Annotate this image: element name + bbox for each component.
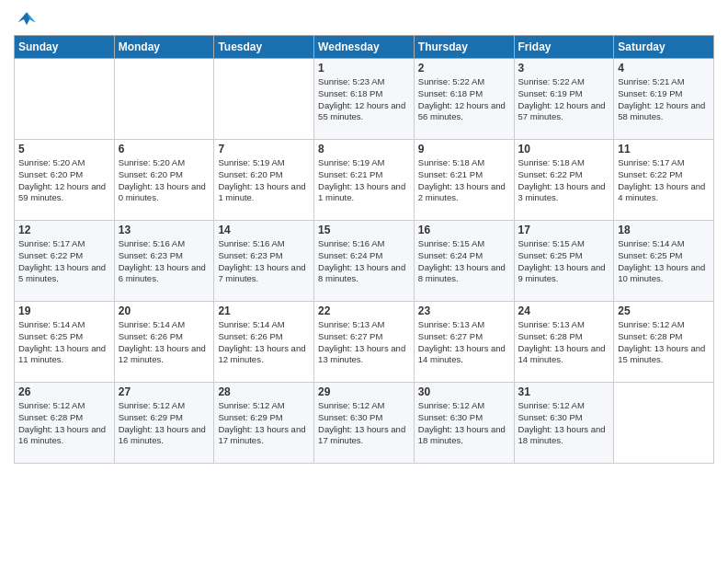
day-number: 27 [119,385,210,398]
cell-info: Sunrise: 5:15 AMSunset: 6:24 PMDaylight:… [418,238,510,285]
cell-info: Sunrise: 5:13 AMSunset: 6:27 PMDaylight:… [318,319,410,366]
calendar-cell: 8Sunrise: 5:19 AMSunset: 6:21 PMDaylight… [314,140,415,221]
cell-info: Sunrise: 5:14 AMSunset: 6:25 PMDaylight:… [618,238,710,285]
cell-info: Sunrise: 5:12 AMSunset: 6:30 PMDaylight:… [418,400,510,447]
day-number: 11 [618,143,710,155]
cell-info: Sunrise: 5:12 AMSunset: 6:30 PMDaylight:… [318,400,410,447]
day-number: 19 [18,304,110,317]
calendar-cell: 16Sunrise: 5:15 AMSunset: 6:24 PMDayligh… [414,221,514,302]
calendar-cell: 3Sunrise: 5:22 AMSunset: 6:19 PMDaylight… [514,59,614,140]
calendar-cell: 19Sunrise: 5:14 AMSunset: 6:25 PMDayligh… [15,302,115,383]
day-number: 2 [418,62,510,75]
cell-info: Sunrise: 5:12 AMSunset: 6:28 PMDaylight:… [18,400,110,447]
calendar-cell: 30Sunrise: 5:12 AMSunset: 6:30 PMDayligh… [414,383,514,464]
day-number: 7 [218,143,310,155]
cell-info: Sunrise: 5:21 AMSunset: 6:19 PMDaylight:… [618,76,710,123]
calendar-cell [614,383,714,464]
calendar-table: SundayMondayTuesdayWednesdayThursdayFrid… [14,35,714,464]
cell-info: Sunrise: 5:12 AMSunset: 6:29 PMDaylight:… [119,400,210,447]
logo [14,9,43,29]
calendar-cell: 28Sunrise: 5:12 AMSunset: 6:29 PMDayligh… [214,383,314,464]
day-number: 1 [318,62,410,75]
day-number: 3 [518,62,610,75]
calendar-cell: 18Sunrise: 5:14 AMSunset: 6:25 PMDayligh… [614,221,714,302]
day-number: 31 [518,385,610,398]
day-number: 13 [119,224,210,236]
cell-info: Sunrise: 5:16 AMSunset: 6:24 PMDaylight:… [318,238,410,285]
day-number: 6 [119,143,210,155]
cell-info: Sunrise: 5:14 AMSunset: 6:26 PMDaylight:… [119,319,210,366]
day-number: 14 [218,224,310,236]
day-number: 28 [218,385,310,398]
calendar-cell: 29Sunrise: 5:12 AMSunset: 6:30 PMDayligh… [314,383,415,464]
cell-info: Sunrise: 5:15 AMSunset: 6:25 PMDaylight:… [518,238,610,285]
cell-info: Sunrise: 5:19 AMSunset: 6:21 PMDaylight:… [318,157,410,204]
calendar-cell: 11Sunrise: 5:17 AMSunset: 6:22 PMDayligh… [614,140,714,221]
day-header-saturday: Saturday [614,36,714,59]
calendar-cell: 15Sunrise: 5:16 AMSunset: 6:24 PMDayligh… [314,221,415,302]
calendar-cell: 9Sunrise: 5:18 AMSunset: 6:21 PMDaylight… [414,140,514,221]
calendar-week-row: 26Sunrise: 5:12 AMSunset: 6:28 PMDayligh… [15,383,714,464]
calendar-week-row: 1Sunrise: 5:23 AMSunset: 6:18 PMDaylight… [15,59,714,140]
calendar-cell: 26Sunrise: 5:12 AMSunset: 6:28 PMDayligh… [15,383,115,464]
calendar-cell: 4Sunrise: 5:21 AMSunset: 6:19 PMDaylight… [614,59,714,140]
day-number: 30 [418,385,510,398]
cell-info: Sunrise: 5:20 AMSunset: 6:20 PMDaylight:… [119,157,210,204]
day-number: 10 [518,143,610,155]
cell-info: Sunrise: 5:12 AMSunset: 6:29 PMDaylight:… [218,400,310,447]
calendar-cell: 31Sunrise: 5:12 AMSunset: 6:30 PMDayligh… [514,383,614,464]
cell-info: Sunrise: 5:13 AMSunset: 6:27 PMDaylight:… [418,319,510,366]
calendar-cell: 7Sunrise: 5:19 AMSunset: 6:20 PMDaylight… [214,140,314,221]
cell-info: Sunrise: 5:22 AMSunset: 6:18 PMDaylight:… [418,76,510,123]
calendar-header-row: SundayMondayTuesdayWednesdayThursdayFrid… [15,36,714,59]
calendar-cell: 1Sunrise: 5:23 AMSunset: 6:18 PMDaylight… [314,59,415,140]
day-number: 9 [418,143,510,155]
day-number: 26 [18,385,110,398]
day-number: 22 [318,304,410,317]
calendar-cell: 25Sunrise: 5:12 AMSunset: 6:28 PMDayligh… [614,302,714,383]
cell-info: Sunrise: 5:18 AMSunset: 6:21 PMDaylight:… [418,157,510,204]
svg-marker-0 [18,12,36,25]
calendar-cell: 6Sunrise: 5:20 AMSunset: 6:20 PMDaylight… [114,140,214,221]
calendar-cell [114,59,214,140]
day-number: 15 [318,224,410,236]
day-number: 16 [418,224,510,236]
calendar-cell: 24Sunrise: 5:13 AMSunset: 6:28 PMDayligh… [514,302,614,383]
day-header-friday: Friday [514,36,614,59]
calendar-cell: 22Sunrise: 5:13 AMSunset: 6:27 PMDayligh… [314,302,415,383]
day-number: 29 [318,385,410,398]
calendar-cell: 14Sunrise: 5:16 AMSunset: 6:23 PMDayligh… [214,221,314,302]
cell-info: Sunrise: 5:19 AMSunset: 6:20 PMDaylight:… [218,157,310,204]
header [14,9,714,29]
calendar-cell: 12Sunrise: 5:17 AMSunset: 6:22 PMDayligh… [15,221,115,302]
logo-bird-icon [14,9,40,29]
cell-info: Sunrise: 5:13 AMSunset: 6:28 PMDaylight:… [518,319,610,366]
cell-info: Sunrise: 5:12 AMSunset: 6:30 PMDaylight:… [518,400,610,447]
cell-info: Sunrise: 5:20 AMSunset: 6:20 PMDaylight:… [18,157,110,204]
day-number: 17 [518,224,610,236]
calendar-cell [214,59,314,140]
day-header-monday: Monday [114,36,214,59]
calendar-week-row: 5Sunrise: 5:20 AMSunset: 6:20 PMDaylight… [15,140,714,221]
cell-info: Sunrise: 5:14 AMSunset: 6:26 PMDaylight:… [218,319,310,366]
cell-info: Sunrise: 5:22 AMSunset: 6:19 PMDaylight:… [518,76,610,123]
day-number: 4 [618,62,710,75]
cell-info: Sunrise: 5:17 AMSunset: 6:22 PMDaylight:… [18,238,110,285]
cell-info: Sunrise: 5:23 AMSunset: 6:18 PMDaylight:… [318,76,410,123]
calendar-cell: 21Sunrise: 5:14 AMSunset: 6:26 PMDayligh… [214,302,314,383]
calendar-cell: 27Sunrise: 5:12 AMSunset: 6:29 PMDayligh… [114,383,214,464]
day-header-sunday: Sunday [15,36,115,59]
calendar-cell: 13Sunrise: 5:16 AMSunset: 6:23 PMDayligh… [114,221,214,302]
cell-info: Sunrise: 5:16 AMSunset: 6:23 PMDaylight:… [218,238,310,285]
calendar-cell: 10Sunrise: 5:18 AMSunset: 6:22 PMDayligh… [514,140,614,221]
cell-info: Sunrise: 5:12 AMSunset: 6:28 PMDaylight:… [618,319,710,366]
cell-info: Sunrise: 5:18 AMSunset: 6:22 PMDaylight:… [518,157,610,204]
day-header-wednesday: Wednesday [314,36,415,59]
day-number: 5 [18,143,110,155]
day-number: 24 [518,304,610,317]
calendar-cell: 20Sunrise: 5:14 AMSunset: 6:26 PMDayligh… [114,302,214,383]
day-number: 12 [18,224,110,236]
calendar-week-row: 19Sunrise: 5:14 AMSunset: 6:25 PMDayligh… [15,302,714,383]
calendar-cell: 23Sunrise: 5:13 AMSunset: 6:27 PMDayligh… [414,302,514,383]
calendar-week-row: 12Sunrise: 5:17 AMSunset: 6:22 PMDayligh… [15,221,714,302]
